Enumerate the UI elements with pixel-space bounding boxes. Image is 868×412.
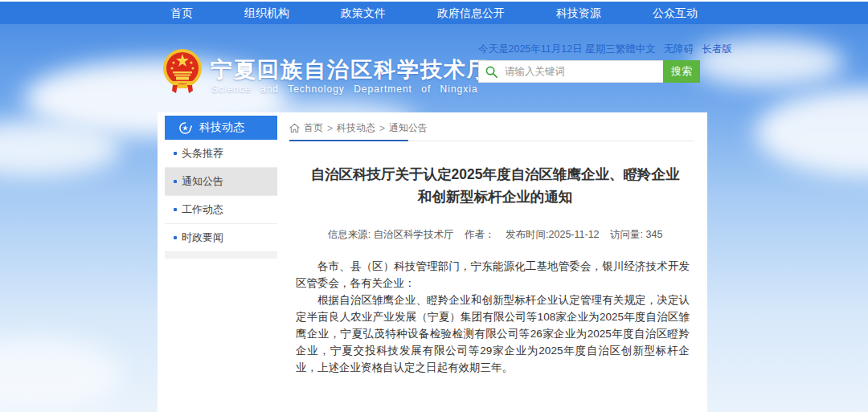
article-body: 各市、县（区）科技管理部门，宁东能源化工基地管委会，银川经济技术开发区管委会，各… — [296, 258, 690, 376]
site-title: 宁夏回族自治区科学技术厅 — [211, 55, 490, 84]
article-column: 首页 > 科技动态 > 通知公告 自治区科技厅关于认定2025年度自治区雏鹰企业… — [289, 112, 701, 412]
meta-source: 信息来源: 自治区科学技术厅 — [328, 229, 454, 240]
cloud-decoration — [0, 337, 121, 410]
attachments-list: 1.2025年度自治区雏鹰企业认定名单 2.2025年度自治区瞪羚企业认定名单 … — [339, 409, 538, 412]
sidebar-item-work-dynamics[interactable]: 工作动态 — [165, 196, 277, 224]
meta-publish-date: 发布时间:2025-11-12 — [506, 229, 600, 240]
home-icon — [289, 123, 300, 133]
search-bar: 搜索 — [478, 60, 700, 83]
sidebar: 科技动态 头条推荐 通知公告 工作动态 时政要闻 — [165, 116, 277, 259]
rotate-star-icon — [178, 121, 192, 135]
cloud-decoration — [755, 88, 868, 177]
nav-item-gov-info-disclosure[interactable]: 政府信息公开 — [432, 2, 510, 24]
sidebar-title: 科技动态 — [199, 120, 244, 135]
search-icon — [485, 66, 497, 78]
link-traditional-chinese[interactable]: 繁體中文 — [616, 43, 656, 56]
article-title-line1: 自治区科技厅关于认定2025年度自治区雏鹰企业、瞪羚企业 — [289, 163, 701, 186]
article-title-line2: 和创新型标杆企业的通知 — [289, 186, 701, 208]
breadcrumb-notices[interactable]: 通知公告 — [389, 121, 428, 135]
search-input-wrap — [478, 60, 663, 83]
main-content-card: 科技动态 头条推荐 通知公告 工作动态 时政要闻 首页 > 科技动态 > 通知公… — [158, 112, 707, 412]
breadcrumb-tech-dynamics[interactable]: 科技动态 — [337, 121, 375, 135]
attachment-link-eagle-list[interactable]: 1.2025年度自治区雏鹰企业认定名单 — [339, 409, 538, 412]
meta-author: 作者： — [465, 229, 495, 240]
link-elderly-version[interactable]: 长者版 — [702, 43, 732, 56]
page: { "nav": { "items": ["首页", "组织机构", "政策文件… — [0, 0, 868, 412]
sidebar-item-headlines[interactable]: 头条推荐 — [165, 140, 277, 168]
sidebar-item-current-politics[interactable]: 时政要闻 — [165, 224, 277, 252]
site-subtitle: Science and Technology Department of Nin… — [211, 84, 478, 95]
national-emblem-logo — [162, 47, 203, 95]
article-title: 自治区科技厅关于认定2025年度自治区雏鹰企业、瞪羚企业 和创新型标杆企业的通知 — [289, 163, 701, 208]
site-logo-link[interactable] — [162, 47, 203, 95]
breadcrumb-separator: > — [327, 123, 333, 134]
breadcrumb-underline — [289, 141, 694, 141]
nav-item-public-interaction[interactable]: 公众互动 — [648, 2, 702, 24]
sidebar-menu: 头条推荐 通知公告 工作动态 时政要闻 — [165, 140, 277, 259]
article-meta: 信息来源: 自治区科学技术厅 作者： 发布时间:2025-11-12 访问量: … — [289, 228, 701, 242]
current-date-text: 今天是2025年11月12日 星期三 — [478, 43, 616, 56]
header-utility-bar: 今天是2025年11月12日 星期三 繁體中文 无障碍 长者版 — [478, 43, 705, 56]
article-paragraph: 根据自治区雏鹰企业、瞪羚企业和创新型标杆企业认定管理有关规定，决定认定半亩良人农… — [296, 292, 690, 376]
nav-item-organization[interactable]: 组织机构 — [240, 2, 294, 24]
meta-visits: 访问量: 345 — [610, 229, 662, 240]
attachments-block: 附件： 1.2025年度自治区雏鹰企业认定名单 2.2025年度自治区瞪羚企业认… — [308, 409, 701, 412]
sidebar-item-notices[interactable]: 通知公告 — [165, 168, 277, 196]
breadcrumb-home[interactable]: 首页 — [304, 121, 323, 135]
nav-item-home[interactable]: 首页 — [166, 2, 198, 24]
article-paragraph: 各市、县（区）科技管理部门，宁东能源化工基地管委会，银川经济技术开发区管委会，各… — [296, 258, 690, 292]
sidebar-footer-strip — [165, 252, 277, 259]
nav-item-policy-documents[interactable]: 政策文件 — [336, 2, 391, 24]
nav-item-tech-resources[interactable]: 科技资源 — [551, 2, 606, 24]
search-button[interactable]: 搜索 — [663, 60, 700, 83]
breadcrumb: 首页 > 科技动态 > 通知公告 — [289, 121, 701, 135]
attachments-label: 附件： — [308, 409, 339, 412]
breadcrumb-separator: > — [379, 123, 385, 134]
link-accessibility[interactable]: 无障碍 — [664, 43, 694, 56]
sidebar-header-tech-dynamics[interactable]: 科技动态 — [165, 116, 277, 140]
top-navbar: 首页 组织机构 政策文件 政府信息公开 科技资源 公众互动 — [0, 2, 868, 24]
quick-links: 繁體中文 无障碍 长者版 — [616, 43, 732, 56]
search-input[interactable] — [503, 65, 657, 78]
